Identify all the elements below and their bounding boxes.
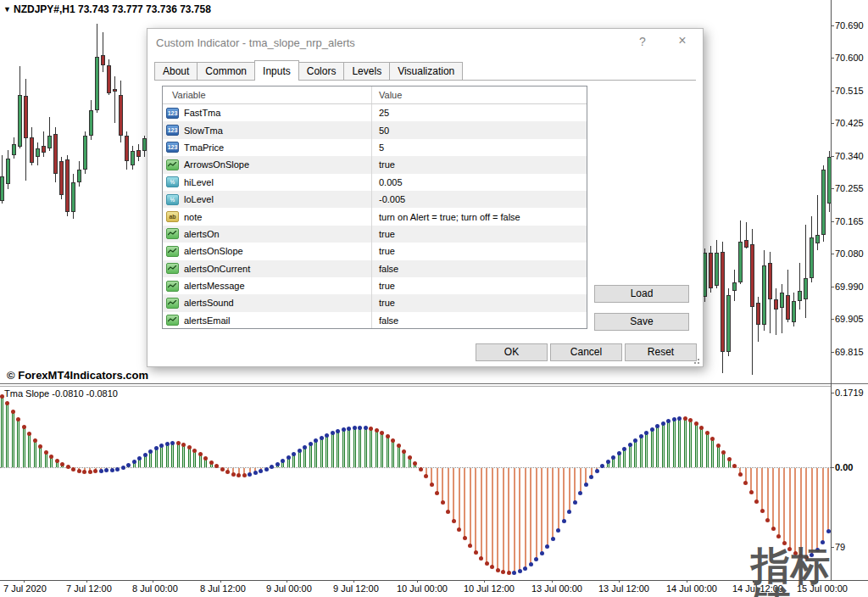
price-label: 70.080 <box>835 248 864 259</box>
value-cell[interactable]: false <box>372 315 587 326</box>
variable-name: loLevel <box>184 194 214 204</box>
value-cell[interactable]: true <box>372 281 587 291</box>
slope-dot-rising <box>281 459 285 463</box>
price-label: 70.425 <box>835 118 864 128</box>
tab-colors[interactable]: Colors <box>298 62 345 80</box>
candle-wick <box>782 284 782 333</box>
value-cell[interactable]: 50 <box>372 126 587 136</box>
value-cell[interactable]: true <box>372 298 587 308</box>
price-tick <box>831 319 834 320</box>
resize-grip[interactable] <box>694 358 700 364</box>
slope-dot-rising <box>292 452 296 456</box>
table-row[interactable]: 123SlowTma50 <box>163 121 587 138</box>
table-row[interactable]: abnoteturn on Alert = true; turn off = f… <box>163 208 587 225</box>
candle-body <box>24 96 28 138</box>
table-row[interactable]: alertsOntrue <box>163 226 587 243</box>
table-row[interactable]: ½hiLevel0.005 <box>163 174 587 191</box>
candle-wick <box>103 32 103 72</box>
ok-button[interactable]: OK <box>476 343 548 361</box>
value-cell[interactable]: 5 <box>372 142 587 153</box>
histogram-bar-positive <box>403 451 405 467</box>
table-row[interactable]: alertsSoundtrue <box>163 294 587 311</box>
candle-body <box>18 95 22 147</box>
table-row[interactable]: alertsOnSlopetrue <box>163 243 587 259</box>
slope-dot-falling <box>192 449 197 453</box>
histogram-bar-negative <box>547 468 548 547</box>
slope-dot-rising <box>331 431 335 435</box>
value-cell[interactable]: turn on Alert = true; turn off = false <box>372 212 587 222</box>
time-tick <box>86 580 87 583</box>
tab-common[interactable]: Common <box>197 62 255 80</box>
table-row[interactable]: ArrowsOnSlopetrue <box>163 156 587 173</box>
slope-dot-rising <box>639 434 643 438</box>
tab-levels[interactable]: Levels <box>343 62 390 80</box>
table-row[interactable]: 123FastTma25 <box>163 104 587 121</box>
value-cell[interactable]: true <box>372 246 587 256</box>
histogram-bar-negative <box>822 468 824 543</box>
symbol-dropdown-icon[interactable]: ▼ <box>3 5 11 14</box>
histogram-bar-positive <box>645 432 648 467</box>
slope-dot-rising <box>270 465 274 469</box>
slope-dot-falling <box>705 431 709 435</box>
tma-slope-panel[interactable] <box>0 387 831 580</box>
price-label: 70.255 <box>835 183 864 193</box>
tab-about[interactable]: About <box>154 62 198 80</box>
value-cell[interactable]: -0.005 <box>372 194 587 204</box>
cancel-button[interactable]: Cancel <box>550 343 622 361</box>
indicator-tick <box>831 393 834 393</box>
load-button[interactable]: Load <box>594 285 689 303</box>
table-row[interactable]: alertsOnCurrentfalse <box>163 260 587 277</box>
tab-visualization[interactable]: Visualization <box>389 62 463 80</box>
price-label: 69.815 <box>835 347 864 357</box>
histogram-bar-positive <box>722 452 725 467</box>
tab-inputs[interactable]: Inputs <box>254 60 299 81</box>
value-cell[interactable]: false <box>372 264 587 274</box>
slope-dot-rising <box>562 519 566 523</box>
histogram-bar-negative <box>750 468 752 493</box>
time-label: 9 Jul 00:00 <box>266 583 312 594</box>
table-row[interactable]: alertsMessagetrue <box>163 277 587 294</box>
candle-body <box>821 170 826 235</box>
histogram-bar-positive <box>6 403 8 467</box>
slope-dot-rising <box>573 500 577 505</box>
value-cell[interactable]: 25 <box>372 108 587 118</box>
histogram-bar-positive <box>326 435 328 467</box>
slope-dot-falling <box>688 418 693 422</box>
histogram-bar-positive <box>695 423 698 467</box>
slope-dot-rising <box>314 438 318 443</box>
slope-dot-rising <box>578 491 582 495</box>
histogram-bar-negative <box>789 468 791 550</box>
value-cell[interactable]: true <box>372 229 587 239</box>
histogram-bar-negative <box>437 468 438 494</box>
time-axis-border <box>0 580 868 581</box>
slope-dot-falling <box>446 510 450 514</box>
slope-dot-rising <box>287 455 291 460</box>
help-icon[interactable]: ? <box>633 35 652 50</box>
price-label: 69.990 <box>835 282 864 292</box>
slope-dot-falling <box>479 556 483 561</box>
column-header-value[interactable]: Value <box>372 90 587 100</box>
table-row[interactable]: 123TmaPrice5 <box>163 139 587 156</box>
value-cell[interactable]: true <box>372 159 587 170</box>
value-cell[interactable]: 0.005 <box>372 177 587 187</box>
table-row[interactable]: alertsEmailfalse <box>163 312 587 329</box>
indicator-tick <box>831 467 834 468</box>
histogram-bar-negative <box>569 468 570 512</box>
candle-wick <box>805 225 806 318</box>
histogram-bar-positive <box>149 451 152 467</box>
candle-body <box>65 159 70 212</box>
save-button[interactable]: Save <box>594 313 689 331</box>
slope-dot-rising <box>137 456 142 460</box>
panel-separator[interactable] <box>0 383 868 384</box>
histogram-bar-negative <box>816 468 818 550</box>
candle-body <box>750 244 754 307</box>
close-icon[interactable]: × <box>673 33 692 50</box>
column-header-variable[interactable]: Variable <box>163 86 372 103</box>
slope-dot-falling <box>727 457 732 461</box>
time-tick <box>353 580 354 583</box>
reset-button[interactable]: Reset <box>625 343 697 361</box>
candle-body <box>792 301 796 322</box>
table-row[interactable]: ½loLevel-0.005 <box>163 191 587 208</box>
slope-dot-rising <box>622 447 626 451</box>
slope-dot-rising <box>584 483 588 487</box>
